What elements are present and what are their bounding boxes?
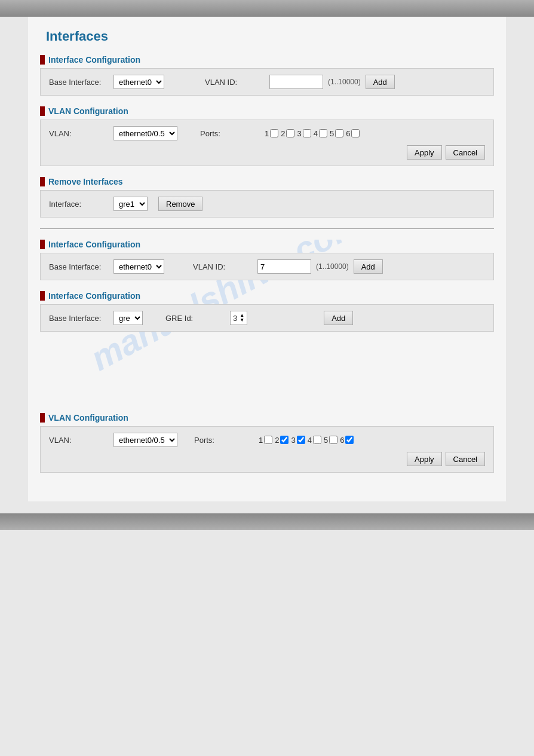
watermark-container: manualshlive.com Interface Configuration… [40, 240, 494, 395]
base-interface-label-3: Base Interface: [49, 314, 109, 323]
port2-6-checkbox[interactable] [345, 436, 354, 444]
section-body-3: Base Interface: gre GRE Id: 3 ▲ ▼ Add [40, 304, 494, 332]
gre-id-label: GRE Id: [165, 314, 225, 323]
page-title: Interfaces [46, 29, 494, 44]
vlan-id-input-2[interactable] [257, 259, 311, 274]
section-interface-config-3: Interface Configuration Base Interface: … [40, 291, 494, 332]
port2-4-label: 4 [308, 436, 312, 445]
section-header-vlan-1: VLAN Configuration [40, 106, 494, 116]
add-button-1[interactable]: Add [366, 75, 395, 89]
port-1-checkbox[interactable] [270, 129, 278, 137]
port2-3-checkbox[interactable] [297, 436, 305, 444]
section-marker-2 [40, 240, 45, 249]
port-6-checkbox[interactable] [351, 129, 360, 137]
port2-1-checkbox[interactable] [264, 436, 272, 444]
ports-label-1: Ports: [200, 129, 260, 138]
vlan-id-label-2: VLAN ID: [193, 262, 253, 271]
form-row-base-interface-2: Base Interface: ethernet0 VLAN ID: (1..1… [49, 259, 485, 274]
port-2-item: 2 [281, 129, 294, 138]
section-interface-config-2: Interface Configuration Base Interface: … [40, 240, 494, 280]
ports-label-2: Ports: [194, 436, 254, 445]
base-interface-select-2[interactable]: ethernet0 [113, 259, 164, 274]
port2-5-label: 5 [324, 436, 328, 445]
port-5-item: 5 [330, 129, 343, 138]
main-content: Interfaces Interface Configuration Base … [28, 17, 506, 501]
port-2-label: 2 [281, 129, 285, 138]
form-row-base-interface-3: Base Interface: gre GRE Id: 3 ▲ ▼ Add [49, 311, 485, 325]
cancel-button-2[interactable]: Cancel [446, 452, 485, 466]
ports-row-2: 1 2 3 4 5 [259, 436, 354, 445]
gre-id-value: 3 [233, 314, 237, 323]
port2-2-item: 2 [275, 436, 289, 445]
apply-button-2[interactable]: Apply [407, 452, 442, 466]
section-title-3: Interface Configuration [48, 291, 140, 301]
cancel-button-1[interactable]: Cancel [446, 145, 485, 160]
vlan-id-input-1[interactable] [269, 75, 323, 89]
range-hint-2: (1..10000) [316, 262, 349, 271]
range-hint-1: (1..10000) [328, 78, 361, 86]
section-header-1: Interface Configuration [40, 55, 494, 65]
apply-button-1[interactable]: Apply [407, 145, 442, 160]
section-title-remove: Remove Interfaces [48, 177, 123, 186]
action-row-vlan-2: Apply Cancel [49, 452, 485, 466]
port2-4-checkbox[interactable] [313, 436, 321, 444]
port2-3-label: 3 [291, 436, 295, 445]
section-body-vlan-1: VLAN: ethernet0/0.5 Ports: 1 2 3 [40, 120, 494, 166]
section-header-2: Interface Configuration [40, 240, 494, 249]
port-5-checkbox[interactable] [335, 129, 343, 137]
port-2-checkbox[interactable] [286, 129, 294, 137]
port-3-checkbox[interactable] [303, 129, 311, 137]
port2-1-item: 1 [259, 436, 272, 445]
port-6-label: 6 [346, 129, 350, 138]
section-body-2: Base Interface: ethernet0 VLAN ID: (1..1… [40, 253, 494, 280]
base-interface-label-2: Base Interface: [49, 262, 109, 271]
base-interface-select-1[interactable]: ethernet0 ethernet1 [113, 75, 164, 89]
section-title-vlan-2: VLAN Configuration [48, 413, 128, 423]
section-remove-interfaces: Remove Interfaces Interface: gre1 Remove [40, 177, 494, 218]
port-3-item: 3 [297, 129, 311, 138]
form-row-base-interface-1: Base Interface: ethernet0 ethernet1 VLAN… [49, 75, 485, 89]
interface-select-remove[interactable]: gre1 [113, 197, 148, 211]
port2-5-item: 5 [324, 436, 337, 445]
section-body-1: Base Interface: ethernet0 ethernet1 VLAN… [40, 68, 494, 96]
port-5-label: 5 [330, 129, 334, 138]
section-vlan-config-2: VLAN Configuration VLAN: ethernet0/0.5 P… [40, 413, 494, 473]
port2-6-label: 6 [340, 436, 344, 445]
port-1-item: 1 [265, 129, 278, 138]
port2-4-item: 4 [308, 436, 321, 445]
port-1-label: 1 [265, 129, 269, 138]
section-marker-remove [40, 177, 45, 186]
port-4-item: 4 [314, 129, 327, 138]
divider-1 [40, 228, 494, 229]
form-row-remove: Interface: gre1 Remove [49, 197, 485, 211]
ports-row-1: 1 2 3 4 5 [265, 129, 360, 138]
port-3-label: 3 [297, 129, 301, 138]
section-vlan-config-1: VLAN Configuration VLAN: ethernet0/0.5 P… [40, 106, 494, 166]
section-header-remove: Remove Interfaces [40, 177, 494, 186]
port-4-checkbox[interactable] [319, 129, 327, 137]
port2-2-checkbox[interactable] [280, 436, 289, 444]
gre-id-down[interactable]: ▼ [240, 318, 244, 323]
base-interface-label-1: Base Interface: [49, 78, 109, 87]
vlan-label-2: VLAN: [49, 436, 109, 445]
port2-5-checkbox[interactable] [329, 436, 337, 444]
vlan-select-2[interactable]: ethernet0/0.5 [113, 433, 177, 447]
section-header-3: Interface Configuration [40, 291, 494, 301]
section-marker-3 [40, 291, 45, 301]
remove-button[interactable]: Remove [158, 197, 202, 211]
base-interface-select-3[interactable]: gre [113, 311, 143, 325]
section-title-2: Interface Configuration [48, 240, 140, 249]
add-button-2[interactable]: Add [354, 259, 383, 274]
port2-2-label: 2 [275, 436, 279, 445]
top-bar [0, 0, 534, 17]
section-title-1: Interface Configuration [48, 55, 140, 65]
section-marker-vlan-1 [40, 106, 45, 116]
port2-1-label: 1 [259, 436, 263, 445]
add-button-3[interactable]: Add [324, 311, 353, 325]
port-4-label: 4 [314, 129, 318, 138]
section-body-remove: Interface: gre1 Remove [40, 190, 494, 218]
vlan-select-1[interactable]: ethernet0/0.5 [113, 126, 177, 140]
section-body-vlan-2: VLAN: ethernet0/0.5 Ports: 1 2 3 [40, 426, 494, 473]
section-marker-vlan-2 [40, 413, 45, 423]
port2-3-item: 3 [291, 436, 305, 445]
